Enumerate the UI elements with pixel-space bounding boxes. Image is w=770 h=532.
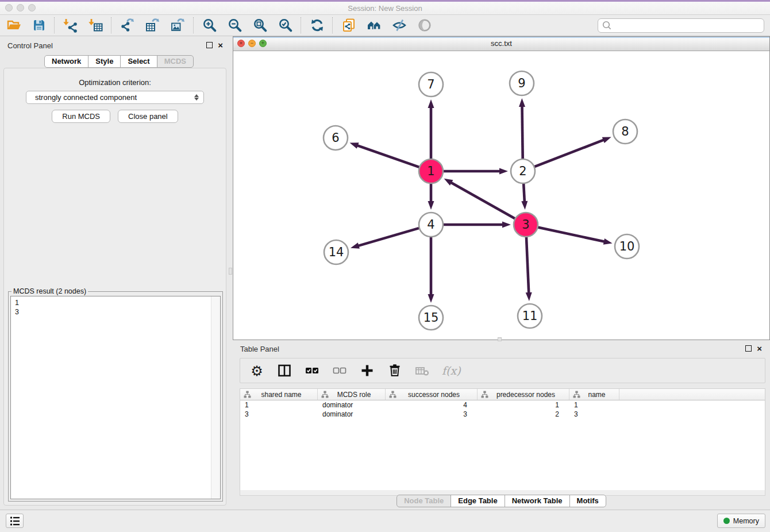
close-panel-icon[interactable]: × xyxy=(218,42,223,48)
column-type-icon xyxy=(573,391,580,398)
table-cell[interactable]: 3 xyxy=(386,410,478,419)
graph-node-label: 10 xyxy=(619,240,635,253)
table-row[interactable]: 1dominator411 xyxy=(240,400,765,410)
zoom-fit-icon xyxy=(253,18,268,33)
table-cell[interactable]: 3 xyxy=(240,410,318,419)
toolbar-group xyxy=(63,18,103,33)
control-panel-tabs: NetworkStyleSelectMCDS xyxy=(44,55,194,68)
save-session-button[interactable] xyxy=(31,18,47,33)
tab-network-table[interactable]: Network Table xyxy=(505,495,570,507)
tab-edge-table[interactable]: Edge Table xyxy=(451,495,505,507)
tab-select[interactable]: Select xyxy=(120,55,157,68)
column-header-name[interactable]: name xyxy=(569,389,619,400)
network-window-titlebar[interactable]: × − + scc.txt xyxy=(233,37,769,51)
table-cell[interactable]: dominator xyxy=(318,410,386,419)
search-input[interactable] xyxy=(612,21,760,30)
chevron-up-down-icon xyxy=(194,94,199,101)
table-row[interactable]: 3dominator323 xyxy=(240,410,765,419)
add-column-button[interactable] xyxy=(359,363,375,379)
export-image-button[interactable] xyxy=(170,18,186,33)
graph-edge-1-6[interactable] xyxy=(357,145,419,167)
tab-mcds[interactable]: MCDS xyxy=(157,55,194,68)
table-header-row: shared name MCDS role successor nodes pr… xyxy=(240,389,765,400)
node-table: shared name MCDS role successor nodes pr… xyxy=(240,388,765,491)
tab-motifs[interactable]: Motifs xyxy=(569,495,606,507)
graph-edge-2-8[interactable] xyxy=(534,140,605,167)
graph-edge-3-11[interactable] xyxy=(526,237,529,294)
column-header-MCDS-role[interactable]: MCDS role xyxy=(318,389,386,400)
tab-style[interactable]: Style xyxy=(88,55,121,68)
import-table-button[interactable] xyxy=(88,18,103,33)
show-panels-button[interactable] xyxy=(6,514,24,528)
table-cell[interactable]: 2 xyxy=(478,410,569,419)
first-neighbors-button[interactable] xyxy=(366,18,382,33)
graph-edge-2-9[interactable] xyxy=(522,106,523,159)
main-toolbar xyxy=(0,15,770,36)
export-table-button[interactable] xyxy=(145,18,160,33)
graph-node-label: 2 xyxy=(519,164,526,178)
edge-arrowhead xyxy=(602,137,611,143)
settings-gear-button[interactable]: ⚙ xyxy=(249,363,264,379)
control-panel-title: Control Panel xyxy=(7,41,53,50)
table-cell[interactable]: 4 xyxy=(386,400,478,410)
result-line: 1 xyxy=(15,298,207,307)
result-scrollbar[interactable] xyxy=(211,296,220,499)
open-file-button[interactable] xyxy=(6,18,21,33)
zoom-in-button[interactable] xyxy=(202,18,217,33)
mcds-result-box: 13 xyxy=(10,296,221,499)
column-header-shared-name[interactable]: shared name xyxy=(240,389,318,400)
export-image-icon xyxy=(171,18,186,33)
delete-column-button[interactable] xyxy=(387,363,402,379)
export-network-button[interactable] xyxy=(120,18,135,33)
edge-arrowhead xyxy=(350,142,359,148)
toggle-columns-icon xyxy=(277,363,292,378)
close-panel-button[interactable]: Close panel xyxy=(118,110,178,123)
copy-network-button[interactable] xyxy=(341,18,356,33)
hide-graphics-details-button[interactable] xyxy=(391,18,407,33)
toggle-columns-button[interactable] xyxy=(276,363,292,379)
import-network-button[interactable] xyxy=(63,18,78,33)
table-cell[interactable]: dominator xyxy=(318,400,386,410)
table-cell[interactable]: 3 xyxy=(569,410,619,419)
graph-edge-3-1[interactable] xyxy=(451,182,515,219)
export-table-icon xyxy=(145,18,160,33)
graph-edge-4-14[interactable] xyxy=(357,228,419,246)
tab-network[interactable]: Network xyxy=(44,55,88,68)
svg-text:⚙: ⚙ xyxy=(251,363,263,378)
memory-button[interactable]: Memory xyxy=(717,514,765,528)
run-mcds-button[interactable]: Run MCDS xyxy=(52,110,110,123)
column-header-predecessor-nodes[interactable]: predecessor nodes xyxy=(478,389,569,400)
close-table-panel-icon[interactable]: × xyxy=(757,345,762,352)
edge-arrowhead xyxy=(428,201,434,210)
vertical-splitter-grip[interactable] xyxy=(229,268,232,275)
zoom-out-button[interactable] xyxy=(227,18,242,33)
network-canvas[interactable]: 7968124314101511 xyxy=(233,51,769,340)
graph-node-label: 14 xyxy=(329,245,344,259)
birds-eye-view-button[interactable] xyxy=(417,18,432,33)
graph-node-label: 11 xyxy=(522,309,538,323)
criterion-dropdown[interactable]: strongly connected component xyxy=(26,91,204,104)
save-session-icon xyxy=(32,18,47,33)
search-box[interactable] xyxy=(598,18,764,33)
select-all-button[interactable] xyxy=(304,363,319,379)
column-header-successor-nodes[interactable]: successor nodes xyxy=(386,389,478,400)
open-file-icon xyxy=(6,18,21,33)
table-body: 1dominator4113dominator323 xyxy=(240,400,765,419)
table-cell[interactable]: 1 xyxy=(569,400,619,410)
zoom-selected-button[interactable] xyxy=(278,18,293,33)
zoom-fit-button[interactable] xyxy=(252,18,268,33)
edge-arrowhead xyxy=(351,242,360,249)
table-cell[interactable]: 1 xyxy=(240,400,318,410)
tab-node-table[interactable]: Node Table xyxy=(396,495,451,507)
table-cell[interactable]: 1 xyxy=(478,400,569,410)
graph-edge-3-10[interactable] xyxy=(538,227,605,241)
column-type-icon xyxy=(321,391,329,398)
deselect-all-button[interactable] xyxy=(332,363,347,379)
table-toolbar: ⚙f(x) xyxy=(240,358,765,383)
float-table-panel-icon[interactable] xyxy=(745,345,752,352)
hide-graphics-details-icon xyxy=(392,18,407,33)
graph-edge-2-3[interactable] xyxy=(523,183,525,202)
float-panel-icon[interactable] xyxy=(206,42,213,48)
add-column-icon xyxy=(360,363,375,378)
refresh-button[interactable] xyxy=(309,18,325,33)
